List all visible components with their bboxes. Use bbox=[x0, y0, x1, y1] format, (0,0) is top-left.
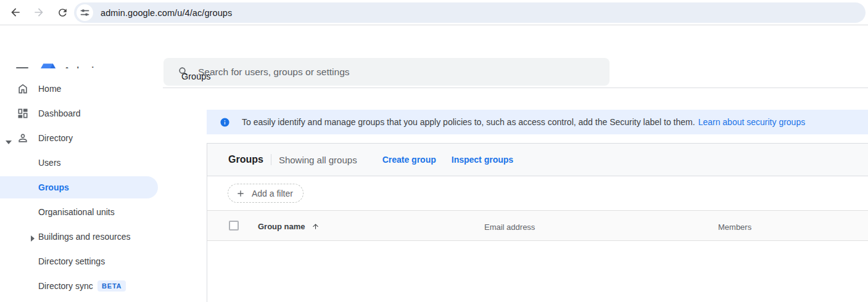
groups-panel: Groups Showing all groups Create group I… bbox=[207, 143, 868, 302]
browser-forward-button[interactable] bbox=[32, 6, 46, 19]
sidebar-item-home[interactable]: Home bbox=[0, 76, 158, 101]
site-info-button[interactable] bbox=[76, 4, 93, 21]
sidebar-item-directory-sync[interactable]: Directory sync BETA bbox=[0, 274, 158, 298]
filter-bar: Add a filter bbox=[207, 176, 868, 211]
sidebar-item-dashboard[interactable]: Dashboard bbox=[0, 101, 158, 126]
sort-ascending-icon bbox=[312, 222, 320, 231]
sidebar-item-label: Home bbox=[38, 84, 61, 94]
back-arrow-icon bbox=[9, 6, 22, 18]
title-separator bbox=[271, 154, 271, 165]
panel-title: Groups bbox=[228, 154, 263, 165]
add-filter-label: Add a filter bbox=[252, 189, 293, 198]
add-filter-chip[interactable]: Add a filter bbox=[228, 184, 304, 203]
search-bar[interactable] bbox=[163, 58, 610, 86]
sidebar-item-buildings-resources[interactable]: Buildings and resources bbox=[0, 224, 158, 249]
browser-reload-button[interactable] bbox=[56, 6, 69, 19]
url-text: admin.google.com/u/4/ac/groups bbox=[101, 8, 232, 18]
sidebar-item-label: Directory bbox=[38, 133, 73, 143]
browser-toolbar: admin.google.com/u/4/ac/groups bbox=[0, 0, 868, 25]
sidebar-item-users[interactable]: Users bbox=[0, 150, 158, 175]
person-icon bbox=[17, 132, 29, 146]
sidebar-item-label: Groups bbox=[38, 182, 69, 192]
info-icon bbox=[220, 117, 230, 128]
dashboard-icon bbox=[17, 107, 29, 121]
sidebar-item-groups[interactable]: Groups bbox=[0, 176, 158, 198]
security-groups-banner: To easily identify and manage groups tha… bbox=[207, 110, 868, 134]
search-input[interactable] bbox=[198, 58, 610, 86]
sidebar-item-directory-settings[interactable]: Directory settings bbox=[0, 249, 158, 274]
inspect-groups-button[interactable]: Inspect groups bbox=[452, 155, 513, 165]
sidebar-item-label: Buildings and resources bbox=[38, 232, 130, 242]
app-header: Admin bbox=[0, 25, 868, 68]
reload-icon bbox=[57, 7, 68, 18]
column-label: Group name bbox=[258, 222, 305, 231]
browser-back-button[interactable] bbox=[9, 6, 22, 19]
breadcrumb: Groups bbox=[181, 71, 211, 81]
address-bar[interactable]: admin.google.com/u/4/ac/groups bbox=[74, 2, 866, 23]
panel-subtitle: Showing all groups bbox=[279, 155, 357, 165]
chevron-right-icon bbox=[31, 234, 35, 243]
learn-about-security-groups-link[interactable]: Learn about security groups bbox=[698, 117, 806, 127]
column-header-email[interactable]: Email address bbox=[484, 222, 535, 232]
sidebar-item-organisational-units[interactable]: Organisational units bbox=[0, 200, 158, 224]
groups-table-body bbox=[207, 241, 868, 302]
chevron-down-icon bbox=[6, 136, 12, 146]
sidebar-item-label: Directory settings bbox=[38, 256, 105, 266]
tune-icon bbox=[80, 8, 89, 17]
sidebar-item-label: Directory sync bbox=[38, 281, 93, 291]
groups-table-header: Group name Email address Members bbox=[207, 211, 868, 241]
banner-message: To easily identify and manage groups tha… bbox=[242, 117, 695, 127]
select-all-checkbox[interactable] bbox=[229, 221, 239, 231]
beta-badge: BETA bbox=[97, 280, 126, 292]
sidebar-item-directory[interactable]: Directory bbox=[0, 126, 158, 150]
header-divider bbox=[163, 88, 868, 88]
sidebar-item-label: Users bbox=[38, 158, 61, 168]
sidebar-item-label: Dashboard bbox=[38, 108, 81, 118]
plus-icon bbox=[236, 189, 246, 198]
column-header-members[interactable]: Members bbox=[718, 222, 751, 232]
sidebar-nav: Home Dashboard Directory Users Groups Or… bbox=[0, 68, 160, 302]
forward-arrow-icon bbox=[33, 6, 45, 18]
sidebar-item-label: Organisational units bbox=[38, 207, 115, 217]
groups-panel-header: Groups Showing all groups Create group I… bbox=[207, 144, 868, 176]
home-icon bbox=[17, 83, 29, 97]
column-header-group-name[interactable]: Group name bbox=[258, 222, 320, 231]
create-group-button[interactable]: Create group bbox=[382, 155, 436, 165]
